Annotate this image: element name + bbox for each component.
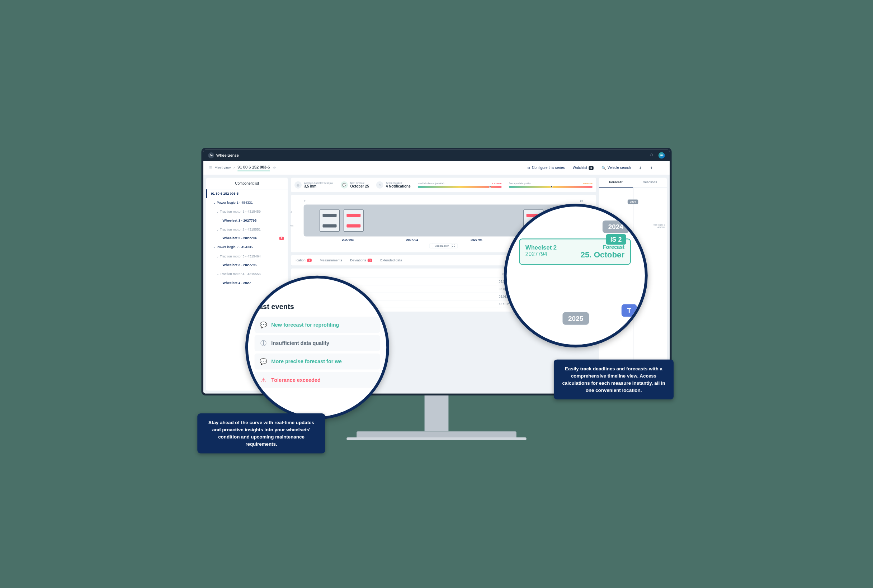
kpi-action: ⚠ Action required4 Notifications — [376, 182, 411, 189]
kpi-forecast: 💬 Next forecastOctober 25 — [341, 182, 369, 189]
watchlist-count: 3 — [589, 166, 594, 170]
viz-tab[interactable]: Visualization ⛶ — [429, 243, 458, 249]
tab-extended[interactable]: Extended data — [379, 255, 403, 266]
callout-right: Easily track deadlines and forecasts wit… — [554, 360, 673, 399]
vehicle-search-button[interactable]: 🔍 Vehicle search — [601, 166, 631, 170]
bell-icon[interactable] — [649, 153, 654, 158]
tree-item[interactable]: Wheelset 4 - 2027 — [206, 279, 288, 288]
message-icon: 💬 — [259, 321, 267, 329]
quality-indicator: Average data qualityModerate — [509, 182, 592, 188]
breadcrumb-current: 91 80 6 152 003-5 — [237, 165, 270, 171]
mag-event[interactable]: ⓘInsufficient data quality — [255, 335, 380, 351]
timeline-tab-deadlines[interactable]: Deadlines — [633, 178, 667, 188]
menu-icon[interactable]: ☰ — [661, 166, 664, 170]
logo-icon — [208, 152, 214, 159]
tree-item[interactable]: Wheelset 1 - 2027793 — [206, 216, 288, 225]
target-icon: ◎ — [295, 182, 302, 189]
mag-event[interactable]: 💬More precise forecast for we — [255, 354, 380, 370]
year-pill: 2025 — [562, 312, 589, 325]
logo[interactable]: WheelSense — [208, 152, 239, 159]
mag-event[interactable]: 💬New forecast for reprofiling — [255, 316, 380, 333]
message-icon: 💬 — [259, 357, 267, 365]
search-icon: 🔍 — [601, 166, 606, 170]
tree-item[interactable]: ⌄ Power bogie 1 - 454331 — [206, 198, 288, 207]
magnify-events: Last events 💬New forecast for reprofilin… — [245, 276, 389, 420]
kpi-wear: ◎ Average diameter wear p.a.3,5 mm — [295, 182, 334, 189]
timeline-note: wer bogie 1454331 — [654, 224, 665, 228]
breadcrumb: ☰ Fleet view › 91 80 6 152 003-5 ☆ ⚙ Con… — [203, 161, 670, 175]
star-icon[interactable]: ☆ — [273, 166, 276, 170]
info-icon: ⓘ — [259, 339, 267, 347]
year-pill: T — [622, 304, 637, 316]
callout-left: Stay ahead of the curve with real-time u… — [197, 413, 325, 453]
health-indicator: Health Indicator (vehicle)▲ Critical — [418, 182, 502, 188]
kpi-card: ◎ Average diameter wear p.a.3,5 mm 💬 Nex… — [291, 178, 596, 192]
avatar[interactable]: MS — [658, 152, 665, 159]
watchlist-button[interactable]: Watchlist 3 — [573, 166, 594, 170]
sidebar-title: Component list — [206, 178, 288, 189]
configure-button[interactable]: ⚙ Configure this series — [527, 166, 565, 170]
breadcrumb-root[interactable]: Fleet view — [215, 166, 231, 170]
download-icon[interactable]: ⬇ — [639, 166, 642, 170]
message-icon: 💬 — [341, 182, 348, 189]
tree-item[interactable]: ⌄ Traction motor 2 - 4315551 — [206, 225, 288, 234]
app-name: WheelSense — [216, 153, 239, 158]
tab-notification[interactable]: ication2 — [295, 255, 313, 266]
tab-deviations[interactable]: Deviations2 — [349, 255, 373, 266]
tree-root[interactable]: 91 80 6 152 003-5 — [206, 189, 288, 198]
tree-item[interactable]: Wheelset 2 - 20277942 — [206, 234, 288, 243]
export-icon[interactable]: ⬆ — [650, 166, 653, 170]
chevron-right-icon: › — [233, 166, 234, 170]
tree-item[interactable]: Wheelset 3 - 2027795 — [206, 261, 288, 270]
tree-item[interactable]: ⌄ Traction motor 1 - 4315459 — [206, 207, 288, 216]
tree-item[interactable]: ⌄ Traction motor 4 - 4315556 — [206, 269, 288, 278]
top-bar: WheelSense MS — [203, 150, 670, 161]
show-all-link[interactable]: Show all — [295, 272, 514, 275]
mag-event[interactable]: ⚠Tolerance exceeded — [255, 372, 380, 388]
warning-icon: ⚠ — [376, 182, 383, 189]
tree-badge: 2 — [279, 237, 284, 240]
magnify-forecast: 2024 IS 2 Wheelset 2 2027794 Forecast 25… — [504, 204, 648, 347]
gear-icon: ⚙ — [527, 166, 530, 170]
warning-icon: ⚠ — [259, 376, 267, 384]
tab-measurements[interactable]: Measurements — [319, 255, 343, 266]
forecast-card[interactable]: IS 2 Wheelset 2 2027794 Forecast 25. Oct… — [519, 238, 631, 265]
tree-item[interactable]: ⌄ Traction motor 3 - 4315464 — [206, 252, 288, 261]
bogie-1[interactable] — [320, 209, 364, 231]
list-icon[interactable]: ☰ — [209, 166, 212, 170]
tree-item[interactable]: ⌄ Power bogie 2 - 454335 — [206, 243, 288, 252]
timeline-year: 2024 — [628, 200, 638, 204]
timeline-tab-forecast[interactable]: Forecast — [599, 178, 633, 188]
